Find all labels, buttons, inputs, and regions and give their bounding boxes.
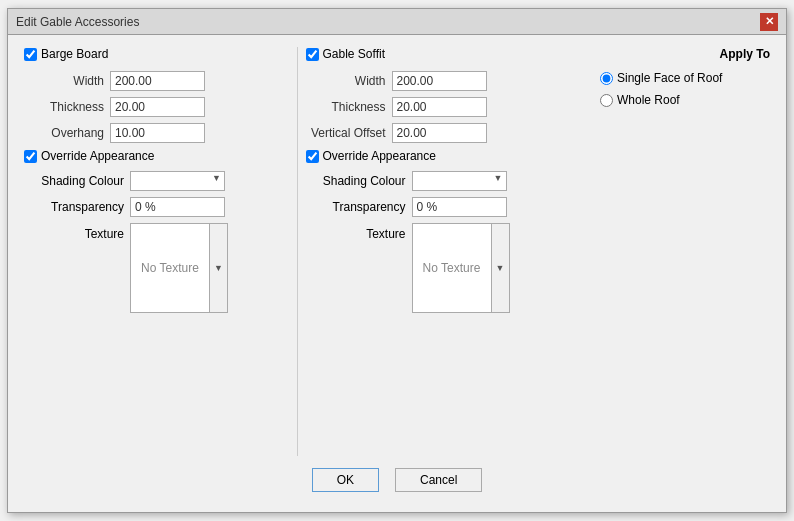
barge-texture-box: No Texture bbox=[130, 223, 210, 313]
dialog-body: Barge Board Width Thickness Overhang Ove… bbox=[8, 35, 786, 512]
barge-shading-select-wrapper bbox=[130, 171, 225, 191]
soffit-width-input[interactable] bbox=[392, 71, 487, 91]
vertical-divider bbox=[297, 47, 298, 456]
barge-width-label: Width bbox=[24, 74, 104, 88]
soffit-override-label[interactable]: Override Appearance bbox=[323, 149, 436, 163]
barge-texture-row: Texture No Texture ▼ bbox=[24, 223, 279, 313]
ok-button[interactable]: OK bbox=[312, 468, 379, 492]
soffit-thickness-input[interactable] bbox=[392, 97, 487, 117]
barge-texture-dropdown-btn[interactable]: ▼ bbox=[210, 223, 228, 313]
soffit-transparency-label: Transparency bbox=[306, 200, 406, 214]
single-face-label[interactable]: Single Face of Roof bbox=[617, 71, 722, 85]
sections-row: Barge Board Width Thickness Overhang Ove… bbox=[24, 47, 770, 456]
footer: OK Cancel bbox=[24, 456, 770, 500]
soffit-shading-select-wrapper bbox=[412, 171, 507, 191]
barge-thickness-input[interactable] bbox=[110, 97, 205, 117]
whole-roof-radio[interactable] bbox=[600, 94, 613, 107]
barge-transparency-input[interactable] bbox=[130, 197, 225, 217]
barge-width-row: Width bbox=[24, 71, 279, 91]
barge-transparency-label: Transparency bbox=[24, 200, 124, 214]
apply-to-section: Apply To Single Face of Roof Whole Roof bbox=[570, 47, 770, 456]
soffit-override-checkbox[interactable] bbox=[306, 150, 319, 163]
dialog-title: Edit Gable Accessories bbox=[16, 15, 139, 29]
soffit-shading-select[interactable] bbox=[412, 171, 507, 191]
soffit-width-row: Width bbox=[306, 71, 561, 91]
barge-board-checkbox[interactable] bbox=[24, 48, 37, 61]
barge-overhang-label: Overhang bbox=[24, 126, 104, 140]
soffit-thickness-label: Thickness bbox=[306, 100, 386, 114]
barge-override-checkbox[interactable] bbox=[24, 150, 37, 163]
barge-thickness-row: Thickness bbox=[24, 97, 279, 117]
barge-width-input[interactable] bbox=[110, 71, 205, 91]
barge-shading-row: Shading Colour bbox=[24, 171, 279, 191]
title-bar: Edit Gable Accessories ✕ bbox=[8, 9, 786, 35]
soffit-shading-label: Shading Colour bbox=[306, 174, 406, 188]
barge-overhang-row: Overhang bbox=[24, 123, 279, 143]
radio-whole-roof: Whole Roof bbox=[600, 93, 680, 107]
barge-no-texture-label: No Texture bbox=[141, 261, 199, 275]
edit-gable-accessories-dialog: Edit Gable Accessories ✕ Barge Board Wid… bbox=[7, 8, 787, 513]
soffit-vertical-offset-input[interactable] bbox=[392, 123, 487, 143]
barge-shading-select[interactable] bbox=[130, 171, 225, 191]
gable-soffit-label[interactable]: Gable Soffit bbox=[323, 47, 385, 61]
barge-board-section: Barge Board Width Thickness Overhang Ove… bbox=[24, 47, 289, 456]
soffit-texture-dropdown-btn[interactable]: ▼ bbox=[492, 223, 510, 313]
gable-soffit-checkbox[interactable] bbox=[306, 48, 319, 61]
single-face-radio[interactable] bbox=[600, 72, 613, 85]
soffit-texture-label: Texture bbox=[306, 223, 406, 241]
soffit-texture-row: Texture No Texture ▼ bbox=[306, 223, 561, 313]
barge-override-row: Override Appearance bbox=[24, 149, 279, 163]
barge-overhang-input[interactable] bbox=[110, 123, 205, 143]
barge-board-title-row: Barge Board bbox=[24, 47, 279, 61]
cancel-button[interactable]: Cancel bbox=[395, 468, 482, 492]
radio-single-face: Single Face of Roof bbox=[600, 71, 722, 85]
soffit-no-texture-label: No Texture bbox=[423, 261, 481, 275]
barge-thickness-label: Thickness bbox=[24, 100, 104, 114]
soffit-thickness-row: Thickness bbox=[306, 97, 561, 117]
soffit-transparency-row: Transparency bbox=[306, 197, 561, 217]
barge-board-label[interactable]: Barge Board bbox=[41, 47, 108, 61]
close-button[interactable]: ✕ bbox=[760, 13, 778, 31]
soffit-texture-box: No Texture bbox=[412, 223, 492, 313]
soffit-vertical-offset-row: Vertical Offset bbox=[306, 123, 561, 143]
barge-override-label[interactable]: Override Appearance bbox=[41, 149, 154, 163]
soffit-shading-row: Shading Colour bbox=[306, 171, 561, 191]
apply-to-radio-group: Single Face of Roof Whole Roof bbox=[580, 71, 770, 107]
apply-to-title: Apply To bbox=[580, 47, 770, 61]
soffit-width-label: Width bbox=[306, 74, 386, 88]
gable-soffit-title-row: Gable Soffit bbox=[306, 47, 561, 61]
whole-roof-label[interactable]: Whole Roof bbox=[617, 93, 680, 107]
barge-texture-label: Texture bbox=[24, 223, 124, 241]
barge-transparency-row: Transparency bbox=[24, 197, 279, 217]
barge-shading-label: Shading Colour bbox=[24, 174, 124, 188]
soffit-override-row: Override Appearance bbox=[306, 149, 561, 163]
gable-soffit-section: Gable Soffit Width Thickness Vertical Of… bbox=[306, 47, 571, 456]
soffit-vertical-offset-label: Vertical Offset bbox=[306, 126, 386, 140]
barge-texture-box-wrapper: No Texture ▼ bbox=[130, 223, 228, 313]
soffit-texture-box-wrapper: No Texture ▼ bbox=[412, 223, 510, 313]
soffit-transparency-input[interactable] bbox=[412, 197, 507, 217]
